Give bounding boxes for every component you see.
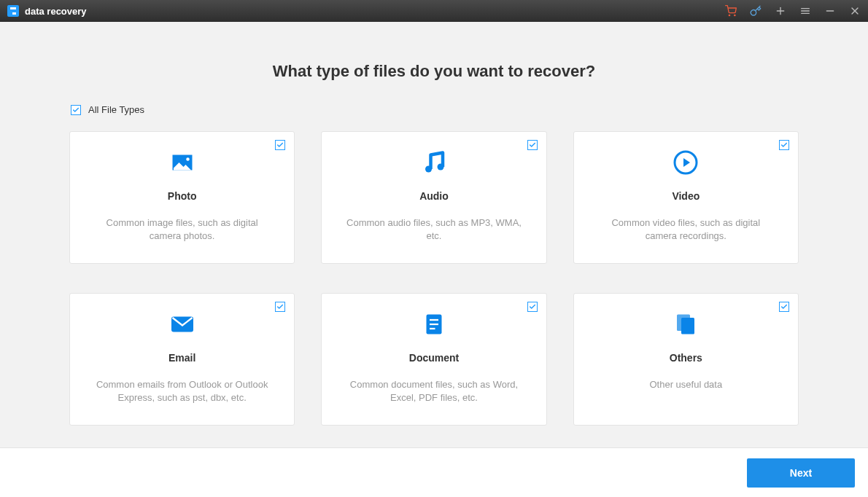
cart-icon[interactable] <box>725 5 737 17</box>
card-audio-checkbox[interactable] <box>527 140 538 150</box>
card-others-checkbox[interactable] <box>779 302 789 312</box>
page-title: What type of files do you want to recove… <box>273 62 596 81</box>
key-icon[interactable] <box>750 5 762 17</box>
card-video-title: Video <box>672 190 700 202</box>
close-icon[interactable] <box>849 5 861 17</box>
photo-icon <box>168 149 197 176</box>
card-document-desc: Common document files, such as Word, Exc… <box>339 378 528 404</box>
card-photo[interactable]: Photo Common image files, such as digita… <box>69 131 295 264</box>
main-content: What type of files do you want to recove… <box>0 22 868 447</box>
card-document[interactable]: Document Common document files, such as … <box>321 293 546 426</box>
file-type-grid: Photo Common image files, such as digita… <box>69 131 799 426</box>
card-email-desc: Common emails from Outlook or Outlook Ex… <box>88 378 276 404</box>
card-email-checkbox[interactable] <box>275 302 285 312</box>
files-icon <box>671 311 700 337</box>
card-audio-title: Audio <box>419 190 449 202</box>
svg-rect-20 <box>681 318 694 334</box>
next-button[interactable]: Next <box>747 458 855 488</box>
card-audio[interactable]: Audio Common audio files, such as MP3, W… <box>321 131 546 264</box>
card-email[interactable]: Email Common emails from Outlook or Outl… <box>69 293 295 426</box>
card-others[interactable]: Others Other useful data <box>573 293 799 426</box>
plus-icon[interactable] <box>775 5 786 17</box>
svg-point-0 <box>729 15 729 15</box>
card-video-checkbox[interactable] <box>779 140 789 150</box>
titlebar: data recovery <box>0 0 868 22</box>
app-logo-icon <box>7 5 19 17</box>
card-video[interactable]: Video Common video files, such as digita… <box>573 131 799 264</box>
footer: Next <box>0 447 868 497</box>
svg-point-1 <box>735 15 735 15</box>
titlebar-left: data recovery <box>7 5 87 17</box>
video-icon <box>671 149 700 176</box>
svg-point-11 <box>425 166 432 173</box>
card-photo-desc: Common image files, such as digital came… <box>88 216 276 243</box>
minimize-icon[interactable] <box>824 5 836 17</box>
all-file-types-row[interactable]: All File Types <box>69 104 799 115</box>
svg-point-10 <box>186 157 190 161</box>
card-document-checkbox[interactable] <box>527 302 538 312</box>
card-video-desc: Common video files, such as digital came… <box>592 216 780 243</box>
svg-point-12 <box>437 164 443 171</box>
menu-icon[interactable] <box>799 5 811 17</box>
card-audio-desc: Common audio files, such as MP3, WMA, et… <box>339 216 528 243</box>
app-title: data recovery <box>25 6 87 17</box>
all-file-types-label: All File Types <box>88 104 144 115</box>
card-others-title: Others <box>670 352 702 364</box>
titlebar-right <box>725 5 861 17</box>
audio-icon <box>419 149 449 176</box>
email-icon <box>168 311 197 337</box>
card-photo-title: Photo <box>168 190 197 202</box>
all-file-types-checkbox[interactable] <box>71 105 81 115</box>
card-photo-checkbox[interactable] <box>275 140 285 150</box>
card-document-title: Document <box>409 352 459 364</box>
card-others-desc: Other useful data <box>645 378 726 391</box>
document-icon <box>419 311 449 337</box>
card-email-title: Email <box>168 352 195 364</box>
